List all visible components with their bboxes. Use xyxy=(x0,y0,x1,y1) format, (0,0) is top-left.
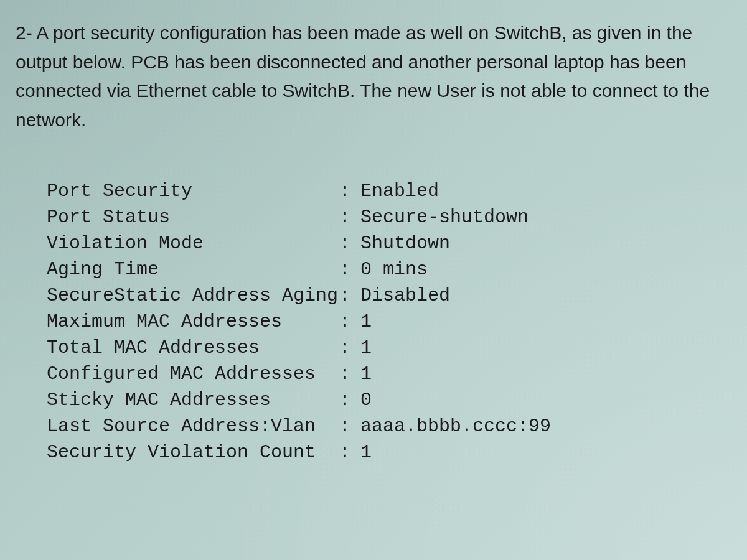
output-label: Port Status xyxy=(47,204,339,230)
output-label: Security Violation Count xyxy=(47,439,339,465)
output-colon: : xyxy=(339,204,360,230)
output-label: Aging Time xyxy=(47,256,339,282)
output-value: Secure-shutdown xyxy=(360,204,731,230)
output-label: Maximum MAC Addresses xyxy=(47,309,339,335)
output-label: Violation Mode xyxy=(47,230,339,256)
output-row: Configured MAC Addresses : 1 xyxy=(47,361,731,387)
output-value: 1 xyxy=(360,439,731,465)
output-colon: : xyxy=(339,413,360,439)
output-colon: : xyxy=(339,387,360,413)
output-colon: : xyxy=(339,361,360,387)
output-row: Port Security : Enabled xyxy=(47,178,731,204)
output-row: Violation Mode : Shutdown xyxy=(47,230,731,256)
output-row: Security Violation Count : 1 xyxy=(47,439,731,465)
output-label: SecureStatic Address Aging xyxy=(47,282,339,309)
output-colon: : xyxy=(339,309,360,335)
output-colon: : xyxy=(339,256,360,282)
question-text: 2- A port security configuration has bee… xyxy=(16,19,731,134)
output-colon: : xyxy=(339,178,360,204)
port-security-output: Port Security : Enabled Port Status : Se… xyxy=(16,178,731,465)
output-row: SecureStatic Address Aging : Disabled xyxy=(47,282,731,309)
output-label: Configured MAC Addresses xyxy=(47,361,339,387)
output-value: 1 xyxy=(360,335,731,361)
output-row: Last Source Address:Vlan : aaaa.bbbb.ccc… xyxy=(47,413,731,439)
output-value: Disabled xyxy=(360,282,731,309)
output-row: Aging Time : 0 mins xyxy=(47,256,731,282)
output-label: Port Security xyxy=(47,178,339,204)
output-value: aaaa.bbbb.cccc:99 xyxy=(360,413,731,439)
output-label: Last Source Address:Vlan xyxy=(47,413,339,439)
output-colon: : xyxy=(339,439,360,465)
output-value: Shutdown xyxy=(360,230,731,256)
output-value: 0 mins xyxy=(360,256,731,282)
output-colon: : xyxy=(339,282,360,309)
output-label: Sticky MAC Addresses xyxy=(47,387,339,413)
output-row: Maximum MAC Addresses : 1 xyxy=(47,309,731,335)
output-row: Port Status : Secure-shutdown xyxy=(47,204,731,230)
output-value: Enabled xyxy=(360,178,731,204)
output-label: Total MAC Addresses xyxy=(47,335,339,361)
output-value: 1 xyxy=(360,309,731,335)
output-row: Total MAC Addresses : 1 xyxy=(47,335,731,361)
output-value: 1 xyxy=(360,361,731,387)
output-value: 0 xyxy=(360,387,731,413)
output-colon: : xyxy=(339,230,360,256)
output-colon: : xyxy=(339,335,360,361)
output-row: Sticky MAC Addresses : 0 xyxy=(47,387,731,413)
